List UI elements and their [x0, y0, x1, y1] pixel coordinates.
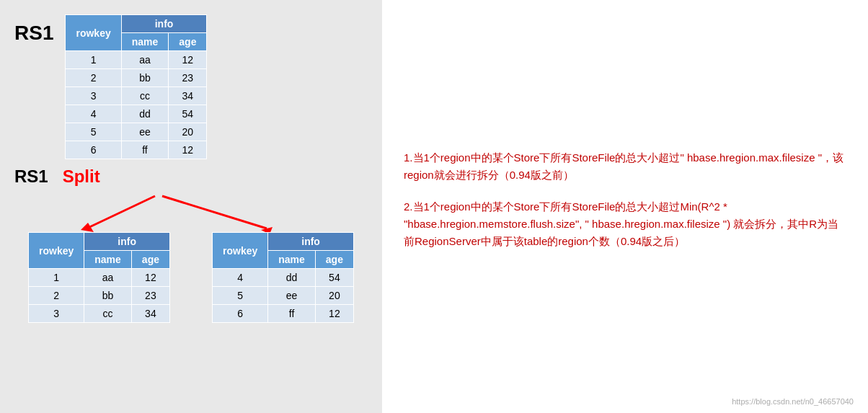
br-rowkey-header: rowkey — [213, 233, 268, 269]
bottom-labels: RS1 Split — [14, 166, 368, 187]
left-panel: RS1 rowkey info name age 1aa122bb233cc34… — [0, 0, 382, 413]
bl-rowkey-header: rowkey — [29, 233, 84, 269]
br-age-header: age — [315, 251, 353, 269]
top-table-wrapper: rowkey info name age 1aa122bb233cc344dd5… — [65, 14, 207, 159]
top-rowkey-header: rowkey — [66, 15, 121, 51]
table-row: 4dd54 — [66, 105, 207, 123]
split-label: Split — [63, 166, 100, 187]
svg-line-2 — [162, 196, 267, 228]
table-row: 2bb23 — [29, 287, 170, 305]
bl-name-header: name — [84, 251, 132, 269]
bottom-right-table: rowkey info name age 4dd545ee206ff12 — [212, 232, 354, 323]
right-text-1: 1.当1个region中的某个Store下所有StoreFile的总大小超过" … — [404, 149, 846, 184]
top-section: RS1 rowkey info name age 1aa122bb233cc34… — [14, 14, 368, 159]
svg-marker-1 — [81, 223, 94, 232]
right-text-2: 2.当1个region中的某个Store下所有StoreFile的总大小超过Mi… — [404, 198, 846, 250]
table-row: 1aa12 — [29, 269, 170, 287]
bottom-left-table: rowkey info name age 1aa122bb233cc34 — [28, 232, 170, 323]
bottom-section: RS1 Split rowkey info name — [14, 166, 368, 323]
table-row: 3cc34 — [29, 305, 170, 323]
bl-info-header: info — [84, 233, 170, 251]
svg-line-0 — [87, 196, 155, 228]
top-table: rowkey info name age 1aa122bb233cc344dd5… — [65, 14, 207, 159]
watermark: https://blog.csdn.net/n0_46657040 — [732, 397, 854, 406]
top-info-header: info — [121, 15, 207, 33]
br-name-header: name — [268, 251, 316, 269]
table-row: 5ee20 — [213, 287, 354, 305]
split-arrows — [43, 192, 353, 232]
table-row: 6ff12 — [66, 141, 207, 159]
split-tables-row: rowkey info name age 1aa122bb233cc34 row… — [14, 232, 368, 323]
table-row: 1aa12 — [66, 51, 207, 69]
top-age-header: age — [169, 33, 207, 51]
table-row: 5ee20 — [66, 123, 207, 141]
rs1-top-label: RS1 — [14, 22, 53, 45]
table-row: 4dd54 — [213, 269, 354, 287]
bl-age-header: age — [131, 251, 169, 269]
right-panel: 1.当1个region中的某个Store下所有StoreFile的总大小超过" … — [382, 0, 868, 413]
br-info-header: info — [268, 233, 354, 251]
top-name-header: name — [121, 33, 169, 51]
table-row: 2bb23 — [66, 69, 207, 87]
table-row: 6ff12 — [213, 305, 354, 323]
rs1-bottom-label: RS1 — [14, 166, 48, 187]
table-row: 3cc34 — [66, 87, 207, 105]
